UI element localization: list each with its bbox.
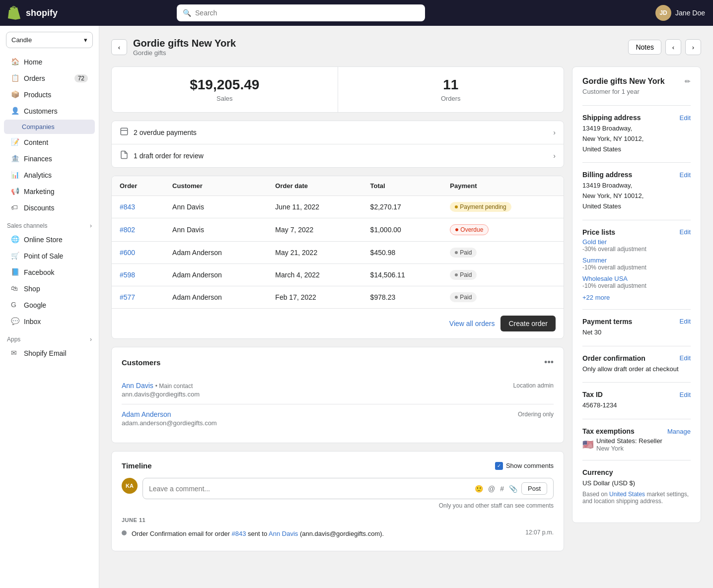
sidebar-item-inbox[interactable]: 💬 Inbox [4,314,95,329]
sidebar-item-discounts[interactable]: 🏷 Discounts [4,200,95,216]
expand-apps-icon[interactable]: › [90,336,92,343]
currency-market-link[interactable]: United States [609,491,645,498]
sidebar-item-label: Online Store [24,236,63,244]
create-order-button[interactable]: Create order [500,316,556,331]
order-link[interactable]: #843 [120,203,135,211]
sidebar-item-label: Orders [24,74,45,82]
mention-icon[interactable]: @ [488,485,495,493]
sidebar-item-label: Discounts [24,204,54,212]
show-comments-toggle[interactable]: ✓ Show comments [495,462,554,470]
price-list-name[interactable]: Summer [582,257,691,264]
chevron-right-icon: › [553,152,556,160]
tag-icon[interactable]: # [500,485,504,493]
marketing-icon: 📢 [11,187,20,196]
sidebar-item-shop[interactable]: 🛍 Shop [4,281,95,297]
sidebar-item-marketing[interactable]: 📢 Marketing [4,184,95,199]
expand-icon[interactable]: › [90,222,92,229]
back-button[interactable]: ‹ [111,39,127,55]
sidebar-item-label: Companies [22,123,55,131]
tax-exemption-country: United States: Reseller [596,437,662,445]
sidebar-item-finances[interactable]: 🏦 Finances [4,151,95,167]
order-link[interactable]: #600 [120,249,135,257]
order-date: Feb 17, 2022 [267,286,362,309]
comment-note: Only you and other staff can see comment… [143,502,554,509]
alert-draft-order[interactable]: 1 draft order for review › [112,144,564,167]
price-list-name[interactable]: Gold tier [582,238,691,246]
orders-table-card: Order Customer Order date Total Payment … [111,176,564,339]
payment-status-badge: Paid [450,292,477,302]
side-panel: Gordie gifts New York ✏ Customer for 1 y… [572,66,701,523]
prev-button[interactable]: ‹ [665,39,681,55]
sidebar-item-customers[interactable]: 👤 Customers [4,103,95,119]
more-price-lists-link[interactable]: +22 more [582,294,610,301]
google-icon: G [11,301,20,310]
edit-company-button[interactable]: ✏ [685,77,691,85]
search-input[interactable] [195,9,419,17]
order-link[interactable]: #843 [232,530,246,537]
edit-billing-button[interactable]: Edit [680,171,691,179]
page-title: Gordie gifts New York [133,38,236,49]
edit-price-lists-button[interactable]: Edit [680,228,691,236]
edit-shipping-button[interactable]: Edit [680,114,691,122]
chevron-down-icon: ▾ [84,36,87,44]
avatar: JD [655,5,671,21]
discounts-icon: 🏷 [11,203,20,212]
sidebar-item-content[interactable]: 📝 Content [4,134,95,150]
view-all-link[interactable]: View all orders [449,320,495,327]
sidebar-item-label: Marketing [24,188,54,196]
home-icon: 🏠 [11,58,20,66]
customer-name[interactable]: Adam Anderson [122,410,171,418]
list-item: Ann Davis • Main contact Location admin … [122,376,554,404]
order-link[interactable]: #598 [120,271,135,279]
order-date: May 21, 2022 [267,242,362,264]
sales-value: $19,205.49 [122,77,328,93]
order-link[interactable]: #577 [120,293,135,301]
sidebar-item-home[interactable]: 🏠 Home [4,54,95,70]
customer-role: Ordering only [518,411,554,418]
alert-overdue-payments[interactable]: 2 overdue payments › [112,121,564,144]
payment-status-badge: Paid [450,270,477,280]
search-bar[interactable]: 🔍 [177,4,425,21]
sidebar-item-google[interactable]: G Google [4,297,95,313]
person-link[interactable]: Ann Davis [269,530,298,537]
manage-tax-exemptions-button[interactable]: Manage [667,428,691,435]
order-link[interactable]: #802 [120,226,135,234]
sidebar-item-online-store[interactable]: 🌐 Online Store [4,232,95,248]
sidebar-item-analytics[interactable]: 📊 Analytics [4,167,95,183]
sidebar-item-label: Shop [24,285,40,293]
show-comments-checkbox[interactable]: ✓ [495,462,503,470]
sidebar-item-orders[interactable]: 📋 Orders 72 [4,70,95,86]
sidebar-item-companies[interactable]: Companies [4,120,95,134]
orders-label: Orders [348,95,554,102]
shopify-logo[interactable]: shopify [8,6,58,20]
edit-order-confirmation-button[interactable]: Edit [680,354,691,362]
sales-stat: $19,205.49 Sales [112,67,338,112]
sidebar-item-shopify-email[interactable]: ✉ Shopify Email [4,345,95,361]
sidebar-item-point-of-sale[interactable]: 🛒 Point of Sale [4,248,95,264]
edit-payment-terms-button[interactable]: Edit [680,318,691,325]
customer-tag: • Main contact [155,383,193,390]
list-item: Adam Anderson Ordering only adam.anderso… [122,404,554,433]
more-options-button[interactable]: ••• [544,357,554,368]
payment-status-badge: Overdue [450,224,489,235]
sidebar-item-facebook[interactable]: 📘 Facebook [4,264,95,280]
customer-name[interactable]: Ann Davis [122,382,153,390]
customer-name: Ann Davis [164,218,267,242]
orders-value: 11 [348,77,554,93]
flag-icon: 🇺🇸 [582,439,593,450]
attachment-icon[interactable]: 📎 [509,485,517,493]
edit-tax-id-button[interactable]: Edit [680,391,691,398]
emoji-icon[interactable]: 🙂 [475,485,483,493]
notes-button[interactable]: Notes [628,40,661,55]
comment-input[interactable] [149,485,471,493]
post-button[interactable]: Post [521,482,547,495]
billing-address-label: Billing address [582,171,632,179]
orders-stat: 11 Orders [338,67,564,112]
sales-channels-label: Sales channels › [0,216,99,231]
tax-exemption-state: New York [596,445,662,452]
next-button[interactable]: › [685,39,701,55]
price-list-name[interactable]: Wholesale USA [582,275,691,282]
store-selector[interactable]: Candle ▾ [6,32,93,48]
user-menu[interactable]: JD Jane Doe [655,5,705,21]
sidebar-item-products[interactable]: 📦 Products [4,87,95,103]
